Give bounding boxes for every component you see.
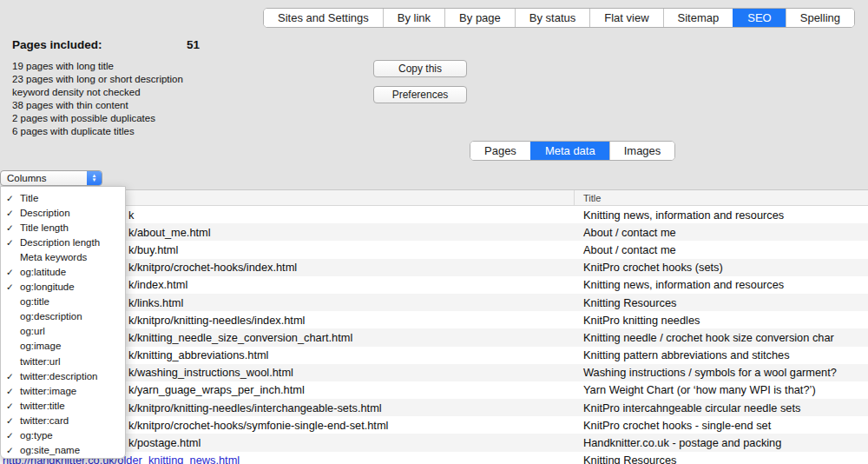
title-cell: KnitPro knitting needles bbox=[574, 314, 868, 327]
column-divider bbox=[574, 190, 575, 205]
popup-arrows-icon: ▲ ▼ bbox=[87, 171, 102, 185]
columns-popup-button[interactable]: Columns ▲ ▼ bbox=[0, 170, 102, 186]
title-cell: KnitPro crochet hooks (sets) bbox=[574, 261, 868, 274]
columns-menu-item[interactable]: ✓ og:site_name bbox=[1, 443, 125, 458]
table-row[interactable]: k/buy.html About / contact me bbox=[0, 241, 868, 258]
summary-line: 2 pages with possible duplicates bbox=[12, 112, 290, 125]
columns-menu-item[interactable]: ✓ Title length bbox=[1, 220, 125, 235]
columns-menu-item-label: twitter:card bbox=[20, 415, 69, 426]
columns-menu-item-label: og:image bbox=[20, 341, 61, 351]
title-cell: Knitting Resources bbox=[574, 296, 868, 309]
copy-this-button[interactable]: Copy this bbox=[373, 60, 467, 77]
columns-menu-item[interactable]: ✓ Title bbox=[1, 190, 125, 205]
summary-line: keyword density not checked bbox=[12, 86, 290, 99]
columns-menu-item-label: Meta keywords bbox=[20, 252, 87, 262]
columns-menu-item-label: og:site_name bbox=[20, 445, 80, 455]
check-icon: ✓ bbox=[6, 237, 14, 248]
columns-menu-item[interactable]: ✓ og:type bbox=[1, 428, 125, 443]
title-cell: Knitting Resources bbox=[574, 454, 868, 464]
columns-menu-item-label: twitter:title bbox=[20, 401, 65, 411]
sub-tab[interactable]: Pages bbox=[470, 142, 530, 160]
columns-menu-item[interactable]: og:description bbox=[1, 309, 125, 324]
pages-included-row: Pages included: 51 bbox=[12, 38, 290, 55]
main-tab[interactable]: Sitemap bbox=[663, 9, 733, 27]
columns-menu-item-label: twitter:url bbox=[20, 356, 61, 367]
table-row[interactable]: k/links.html Knitting Resources bbox=[0, 294, 868, 311]
pages-included-value: 51 bbox=[187, 38, 200, 51]
main-tab[interactable]: By page bbox=[444, 9, 515, 27]
columns-menu-item[interactable]: twitter:url bbox=[1, 354, 125, 368]
seo-summary: Pages included: 51 19 pages with long ti… bbox=[12, 38, 290, 138]
columns-menu-item[interactable]: ✓ twitter:description bbox=[1, 368, 125, 383]
table-row[interactable]: k Knitting news, information and resourc… bbox=[0, 206, 868, 223]
preferences-button[interactable]: Preferences bbox=[373, 86, 467, 103]
title-column-header[interactable]: Title bbox=[583, 193, 601, 203]
check-icon: ✓ bbox=[6, 222, 14, 233]
columns-menu-item[interactable]: ✓ og:latitude bbox=[1, 264, 125, 279]
table-row[interactable]: k/knitpro/crochet-hooks/symfonie-single-… bbox=[0, 416, 868, 434]
sub-tab[interactable]: Images bbox=[609, 142, 675, 160]
main-tab[interactable]: Flat view bbox=[589, 9, 662, 27]
table-row[interactable]: k/postage.html Handknitter.co.uk - posta… bbox=[0, 434, 868, 451]
columns-menu-item-label: og:type bbox=[20, 430, 53, 441]
summary-line: 6 pages with duplicate titles bbox=[12, 125, 290, 138]
title-cell: About / contact me bbox=[574, 243, 868, 256]
check-icon: ✓ bbox=[6, 445, 14, 455]
table-body: k Knitting news, information and resourc… bbox=[0, 206, 868, 464]
check-icon: ✓ bbox=[6, 415, 14, 426]
columns-menu-item-label: twitter:description bbox=[20, 371, 97, 381]
summary-line: 38 pages with thin content bbox=[12, 99, 290, 112]
columns-menu-item[interactable]: Meta keywords bbox=[1, 249, 125, 264]
columns-menu-item[interactable]: ✓ twitter:title bbox=[1, 398, 125, 413]
columns-menu-item[interactable]: ✓ twitter:card bbox=[1, 413, 125, 428]
columns-menu-item[interactable]: og:title bbox=[1, 295, 125, 309]
main-tab[interactable]: SEO bbox=[733, 9, 785, 27]
columns-menu-item-label: og:latitude bbox=[20, 267, 66, 277]
pages-included-label: Pages included: bbox=[12, 38, 102, 51]
main-tab[interactable]: Spelling bbox=[786, 9, 854, 27]
main-tab[interactable]: Sites and Settings bbox=[264, 9, 383, 27]
title-cell: Yarn Weight Chart (or ‘how many WPI is t… bbox=[574, 383, 868, 396]
columns-menu-item[interactable]: ✓ og:longitude bbox=[1, 280, 125, 295]
table-row[interactable]: k/about_me.html About / contact me bbox=[0, 223, 868, 241]
columns-menu-item-label: og:url bbox=[20, 326, 45, 336]
sub-tab[interactable]: Meta data bbox=[530, 142, 609, 160]
meta-data-table: Title k Knitting news, information and r… bbox=[0, 189, 868, 464]
columns-menu-item[interactable]: ✓ Description length bbox=[1, 235, 125, 249]
columns-menu-item[interactable]: og:url bbox=[1, 324, 125, 339]
check-icon: ✓ bbox=[6, 371, 14, 381]
columns-dropdown-menu: ✓ Title ✓ Description ✓ Title length ✓ D… bbox=[0, 186, 126, 459]
main-tab-bar: Sites and Settings By link By page By st… bbox=[263, 8, 855, 28]
main-tab[interactable]: By link bbox=[383, 9, 444, 27]
title-cell: KnitPro crochet hooks - single-end set bbox=[574, 419, 868, 432]
check-icon: ✓ bbox=[6, 401, 14, 411]
table-row[interactable]: k/knitting_needle_size_conversion_chart.… bbox=[0, 328, 868, 346]
title-cell: Washing instructions / symbols for a woo… bbox=[574, 366, 868, 379]
table-row[interactable]: k/knitting_abbreviations.html Knitting p… bbox=[0, 347, 868, 364]
title-cell: Knitting news, information and resources bbox=[574, 209, 868, 222]
main-tab[interactable]: By status bbox=[515, 9, 589, 27]
columns-menu-item[interactable]: og:image bbox=[1, 339, 125, 354]
columns-menu-item-label: twitter:image bbox=[20, 386, 76, 396]
check-icon: ✓ bbox=[6, 208, 14, 218]
table-row[interactable]: k/washing_instructions_wool.html Washing… bbox=[0, 364, 868, 381]
columns-menu-item-label: og:longitude bbox=[20, 282, 75, 292]
columns-menu-item-label: og:description bbox=[20, 311, 82, 321]
table-row[interactable]: k/knitpro/knitting-needles/interchangeab… bbox=[0, 399, 868, 416]
title-cell: KnitPro intercahngeable circular needle … bbox=[574, 401, 868, 414]
table-row[interactable]: k/knitpro/crochet-hooks/index.html KnitP… bbox=[0, 259, 868, 276]
columns-menu-item-label: Description length bbox=[20, 237, 100, 248]
title-cell: Knitting needle / crochet hook size conv… bbox=[574, 331, 868, 344]
columns-menu-item[interactable]: ✓ Description bbox=[1, 205, 125, 220]
check-icon: ✓ bbox=[6, 193, 14, 203]
check-icon: ✓ bbox=[6, 267, 14, 277]
columns-menu-item-label: Description bbox=[20, 208, 70, 218]
title-cell: About / contact me bbox=[574, 226, 868, 239]
table-row[interactable]: k/index.html Knitting news, information … bbox=[0, 276, 868, 294]
table-row[interactable]: k/knitpro/knitting-needles/index.html Kn… bbox=[0, 311, 868, 328]
arrow-down-icon: ▼ bbox=[92, 178, 97, 182]
table-row[interactable]: http://handknitter.co.uk/older_knitting_… bbox=[0, 452, 868, 464]
summary-line: 19 pages with long title bbox=[12, 60, 290, 73]
columns-menu-item[interactable]: ✓ twitter:image bbox=[1, 383, 125, 398]
table-row[interactable]: k/yarn_guage_wraps_per_inch.html Yarn We… bbox=[0, 381, 868, 399]
